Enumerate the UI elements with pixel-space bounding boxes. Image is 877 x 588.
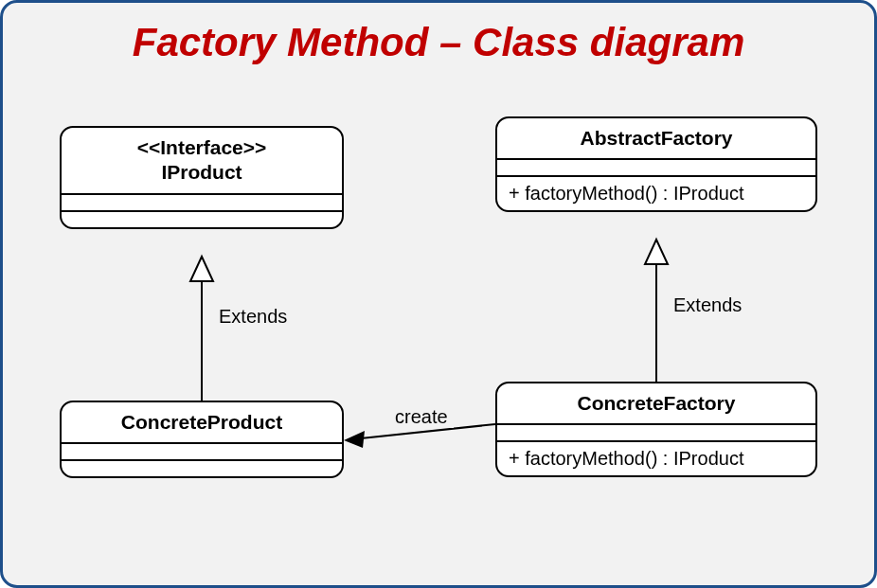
class-iproduct-ops [62,210,342,227]
class-iproduct: <<Interface>> IProduct [60,126,344,229]
class-concretefactory-header: ConcreteFactory [497,383,815,423]
class-abstractfactory: AbstractFactory + factoryMethod() : IPro… [495,116,817,212]
class-iproduct-attrs [62,193,342,210]
class-concreteproduct-header: ConcreteProduct [62,402,342,442]
class-concretefactory: ConcreteFactory + factoryMethod() : IPro… [495,382,817,477]
class-concreteproduct-name: ConcreteProduct [121,411,282,433]
class-concretefactory-attrs [497,423,815,440]
svg-marker-3 [645,240,668,264]
class-concretefactory-op1: + factoryMethod() : IProduct [509,448,743,469]
svg-marker-1 [190,257,213,281]
class-abstractfactory-header: AbstractFactory [497,118,815,158]
class-abstractfactory-op1: + factoryMethod() : IProduct [509,183,743,204]
edge-extends-left-label: Extends [213,306,293,328]
edge-extends-right-label: Extends [668,294,747,316]
class-abstractfactory-ops: + factoryMethod() : IProduct [497,175,815,210]
class-concretefactory-name: ConcreteFactory [578,392,736,414]
edge-create-label: create [389,406,454,428]
class-concreteproduct: ConcreteProduct [60,401,344,478]
class-abstractfactory-name: AbstractFactory [580,127,732,149]
class-concreteproduct-ops [62,459,342,476]
class-concreteproduct-attrs [62,442,342,459]
class-iproduct-header: <<Interface>> IProduct [62,128,342,193]
class-iproduct-stereotype: <<Interface>> [67,135,336,160]
diagram-title: Factory Method – Class diagram [3,20,874,65]
class-abstractfactory-attrs [497,158,815,175]
diagram-frame: Factory Method – Class diagram <<Interfa… [0,0,877,588]
class-iproduct-name: IProduct [161,161,242,183]
class-concretefactory-ops: + factoryMethod() : IProduct [497,440,815,475]
svg-marker-5 [344,431,365,448]
